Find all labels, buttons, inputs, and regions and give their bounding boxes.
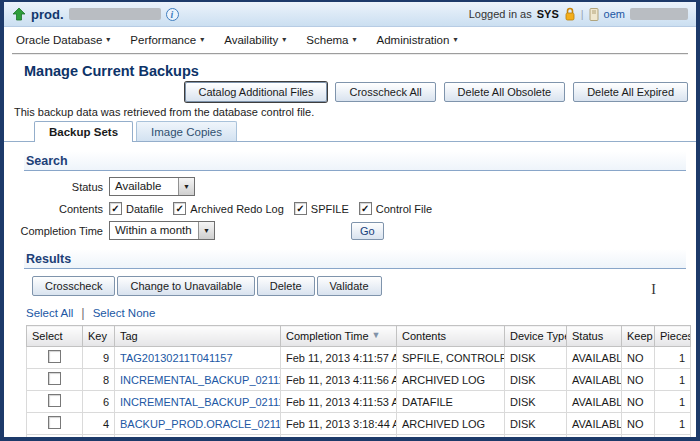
tag-link[interactable]: BACKUP_PROD.ORACLE_021113031732 (120, 418, 281, 430)
table-row: 8 INCREMENTAL_BACKUP_021113041150 Feb 11… (27, 369, 691, 391)
chevron-down-icon: ▾ (106, 36, 110, 44)
i-beam-cursor: I (651, 282, 656, 298)
archived-redo-log-checkbox-label: Archived Redo Log (190, 203, 284, 215)
completion-time-cell: Feb 11, 2013 3:18:44 AM (281, 413, 397, 435)
contents-label: Contents (4, 203, 109, 215)
row-select-checkbox[interactable] (48, 372, 61, 385)
database-name[interactable]: prod. (31, 7, 64, 22)
col-header-contents[interactable]: Contents (397, 326, 505, 347)
dropdown-arrow-icon[interactable]: ▼ (198, 222, 214, 239)
chevron-down-icon: ▾ (282, 36, 286, 44)
tag-link[interactable]: INCREMENTAL_BACKUP_021113041150 (120, 374, 281, 386)
key-cell: 4 (83, 413, 115, 435)
completion-time-label: Completion Time (4, 225, 109, 237)
go-button[interactable]: Go (351, 222, 384, 240)
contents-cell: ARCHIVED LOG (397, 413, 505, 435)
completion-time-cell: Feb 11, 2013 4:11:57 AM (281, 347, 397, 369)
spfile-checkbox[interactable]: ✓ (294, 202, 307, 215)
col-header-pieces[interactable]: Pieces (655, 326, 691, 347)
search-section-header: Search (24, 151, 686, 171)
col-header-tag[interactable]: Tag (115, 326, 281, 347)
pieces-cell: 1 (655, 369, 691, 391)
pieces-cell: 1 (655, 347, 691, 369)
status-select[interactable]: Available ▼ (109, 177, 195, 196)
completion-time-cell: Feb 11, 2013 3:18:38 AM (281, 435, 397, 441)
status-cell: AVAILABLE (567, 369, 622, 391)
datafile-checkbox[interactable]: ✓ (109, 202, 122, 215)
dropdown-arrow-icon[interactable]: ▼ (178, 178, 194, 195)
chevron-down-icon: ▾ (453, 36, 457, 44)
device-type-cell: DISK (505, 413, 567, 435)
check-icon: ✓ (361, 204, 369, 214)
completion-time-cell: Feb 11, 2013 4:11:53 AM (281, 391, 397, 413)
archived-redo-log-checkbox[interactable]: ✓ (173, 202, 186, 215)
menu-administration[interactable]: Administration ▾ (377, 34, 458, 46)
key-cell: 9 (83, 347, 115, 369)
select-none-link[interactable]: Select None (93, 307, 156, 319)
info-icon[interactable]: i (166, 8, 179, 21)
menubar-divider (12, 53, 688, 55)
datafile-checkbox-label: Datafile (126, 203, 163, 215)
keep-cell: NO (622, 391, 655, 413)
top-banner: prod. i Logged in as SYS | oem (4, 2, 696, 27)
col-header-device-type[interactable]: Device Type (505, 326, 567, 347)
menu-label: Availability (224, 34, 278, 46)
crosscheck-button[interactable]: Crosscheck (32, 276, 115, 296)
separator: | (581, 8, 584, 20)
change-to-unavailable-button[interactable]: Change to Unavailable (117, 276, 254, 296)
row-select-checkbox[interactable] (48, 416, 61, 429)
row-select-checkbox[interactable] (48, 394, 61, 407)
catalog-additional-files-button[interactable]: Catalog Additional Files (185, 82, 328, 102)
selection-links: Select All | Select None (26, 305, 696, 320)
menu-availability[interactable]: Availability ▾ (224, 34, 286, 46)
contents-cell: ARCHIVED LOG (397, 369, 505, 391)
sort-descending-icon[interactable]: ▼ (372, 330, 381, 340)
tab-strip: Backup Sets Image Copies (4, 121, 696, 142)
backup-sets-table: Select Key Tag Completion Time▼ Contents… (26, 325, 691, 441)
keep-cell: NO (622, 369, 655, 391)
completion-time-select-value: Within a month (110, 222, 197, 239)
delete-all-obsolete-button[interactable]: Delete All Obsolete (444, 82, 566, 102)
menu-oracle-database[interactable]: Oracle Database ▾ (16, 34, 110, 46)
row-select-checkbox[interactable] (48, 350, 61, 363)
col-header-keep[interactable]: Keep (622, 326, 655, 347)
check-icon: ✓ (111, 204, 119, 214)
crosscheck-all-button[interactable]: Crosscheck All (335, 82, 435, 102)
check-icon: ✓ (296, 204, 304, 214)
logged-in-label: Logged in as (469, 8, 532, 20)
main-menubar: Oracle Database ▾ Performance ▾ Availabi… (4, 27, 696, 53)
table-row: 2 BACKUP_PROD.ORACLE_021113031732 Feb 11… (27, 435, 691, 441)
tab-backup-sets[interactable]: Backup Sets (34, 121, 133, 142)
col-header-status[interactable]: Status (567, 326, 622, 347)
delete-button[interactable]: Delete (257, 276, 315, 296)
status-cell: AVAILABLE (567, 347, 622, 369)
menu-label: Administration (377, 34, 450, 46)
tab-image-copies[interactable]: Image Copies (136, 121, 237, 141)
menu-schema[interactable]: Schema ▾ (306, 34, 356, 46)
contents-row: Contents ✓ Datafile ✓ Archived Redo Log … (4, 202, 696, 215)
col-header-completion-time[interactable]: Completion Time▼ (281, 326, 397, 347)
status-cell: AVAILABLE (567, 413, 622, 435)
status-cell: AVAILABLE (567, 391, 622, 413)
completion-time-select[interactable]: Within a month ▼ (109, 221, 215, 240)
pieces-cell: 1 (655, 435, 691, 441)
tag-link[interactable]: INCREMENTAL_BACKUP_021113041150 (120, 396, 281, 408)
menu-label: Oracle Database (16, 34, 102, 46)
delete-all-expired-button[interactable]: Delete All Expired (573, 82, 688, 102)
table-row: 6 INCREMENTAL_BACKUP_021113041150 Feb 11… (27, 391, 691, 413)
menu-performance[interactable]: Performance ▾ (130, 34, 204, 46)
device-type-cell: DISK (505, 391, 567, 413)
key-cell: 6 (83, 391, 115, 413)
status-select-value: Available (110, 178, 166, 195)
menu-label: Performance (130, 34, 196, 46)
keep-cell: NO (622, 347, 655, 369)
pieces-cell: 1 (655, 391, 691, 413)
control-file-checkbox[interactable]: ✓ (359, 202, 372, 215)
tag-link[interactable]: TAG20130211T041157 (120, 352, 233, 364)
validate-button[interactable]: Validate (317, 276, 382, 296)
host-link[interactable]: oem (604, 8, 625, 20)
select-all-link[interactable]: Select All (26, 307, 73, 319)
col-header-key[interactable]: Key (83, 326, 115, 347)
contents-cell: DATAFILE (397, 391, 505, 413)
contents-cell: DATAFILE (397, 435, 505, 441)
